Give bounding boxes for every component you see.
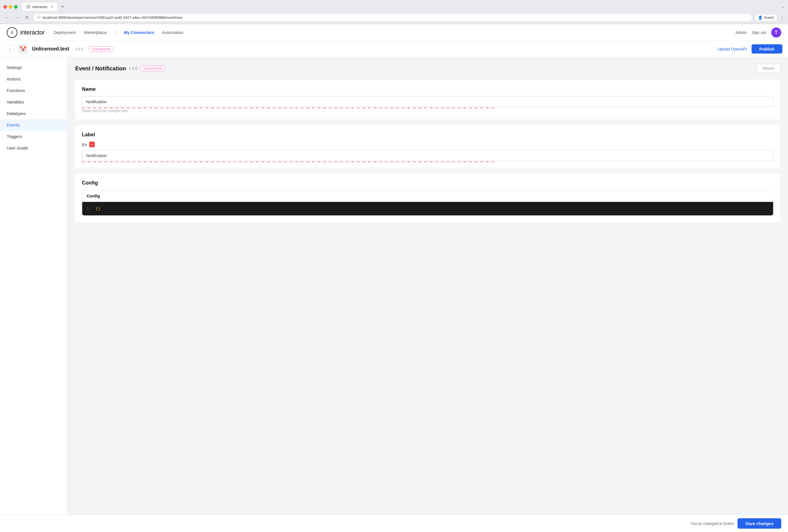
sidebar-item-actions[interactable]: Actions	[0, 73, 67, 85]
sidebar-item-events[interactable]: Events	[0, 119, 67, 131]
maximize-dot[interactable]	[14, 5, 18, 9]
label-input[interactable]	[82, 150, 773, 161]
browser-chrome: ⓘ Interactor ✕ + ⌄ ← → ↻ ⓘ localhost:400…	[0, 0, 788, 24]
sidebar-item-settings[interactable]: Settings	[0, 62, 67, 73]
label-lang-row: En −	[82, 142, 773, 147]
nav-right: Admin Sign out T	[735, 27, 781, 38]
line-number: 1	[87, 206, 91, 211]
reload-button[interactable]: ↻	[23, 14, 31, 21]
top-nav: i interactor Deployment Marketplace | My…	[0, 24, 788, 41]
config-card-header: Config	[82, 190, 773, 202]
sidebar-item-functions[interactable]: Functions	[0, 85, 67, 96]
minimize-dot[interactable]	[9, 5, 12, 9]
nav-deployment[interactable]: Deployment	[54, 30, 76, 35]
code-editor[interactable]: 1 {}	[82, 202, 773, 215]
upload-openapi-link[interactable]: Upload OpenAPI	[717, 47, 747, 51]
name-section: Name Name cannot be changed later	[75, 80, 780, 119]
lock-icon: ⓘ	[37, 15, 40, 20]
label-section-label: Label	[82, 132, 773, 138]
nav-my-connectors[interactable]: My Connectors	[124, 30, 154, 35]
nav-automation[interactable]: Automation	[162, 30, 183, 35]
bottom-bar: You've changed in Event Save changes	[0, 515, 788, 531]
page-title: Event / Notification	[75, 65, 126, 72]
service-header-actions: Upload OpenAPI Publish	[717, 44, 782, 54]
name-input[interactable]	[82, 96, 773, 107]
logo-text: interactor	[20, 29, 45, 36]
logo-area: i interactor	[7, 27, 45, 38]
code-line-1: 1 {}	[87, 206, 769, 211]
user-avatar[interactable]: T	[771, 27, 781, 38]
tab-icon: ⓘ	[26, 4, 31, 9]
name-section-label: Name	[82, 86, 773, 92]
service-name: Unlicensed.test	[32, 46, 69, 52]
lang-label: En	[82, 142, 87, 147]
url-text[interactable]: localhost:4000/developer/service/c55b1aa…	[43, 15, 748, 20]
publish-button[interactable]: Publish	[751, 44, 782, 54]
label-input-wrapper	[82, 150, 773, 161]
service-status-badge: Unpublished	[88, 46, 114, 52]
page-title-row: Event / Notification 1.0.0 Unpublished	[75, 65, 165, 72]
name-input-wrapper	[82, 96, 773, 107]
logo-letter: i	[12, 30, 13, 35]
nav-separator: |	[115, 29, 116, 36]
page-header: Event / Notification 1.0.0 Unpublished R…	[75, 64, 780, 73]
tab-close-icon[interactable]: ✕	[51, 5, 53, 9]
address-bar-row: ← → ↻ ⓘ localhost:4000/developer/service…	[0, 12, 788, 24]
content-area: Event / Notification 1.0.0 Unpublished R…	[67, 57, 788, 531]
admin-link[interactable]: Admin	[735, 30, 747, 35]
sidebar-item-variables[interactable]: Variables	[0, 96, 67, 108]
name-hint: Name cannot be changed later	[82, 109, 773, 113]
tab-scroll-icon[interactable]: ⌄	[781, 4, 785, 9]
revert-button[interactable]: Revert	[757, 64, 780, 73]
label-section: Label En −	[75, 125, 780, 168]
browser-tab[interactable]: ⓘ Interactor ✕	[22, 3, 57, 11]
signout-link[interactable]: Sign out	[752, 30, 766, 35]
guest-icon: 👤	[758, 15, 763, 20]
nav-marketplace[interactable]: Marketplace	[84, 30, 107, 35]
browser-dots	[3, 5, 18, 9]
config-section: Config Config 1 {}	[75, 173, 780, 222]
config-card: Config 1 {}	[82, 190, 773, 216]
tab-title: Interactor	[32, 5, 48, 9]
remove-lang-button[interactable]: −	[89, 142, 95, 147]
guest-label: Guest	[764, 15, 774, 20]
guest-button[interactable]: 👤 Guest	[754, 14, 777, 21]
code-content: {}	[96, 206, 100, 211]
sidebar-item-datatypes[interactable]: Datatypes	[0, 108, 67, 119]
forward-nav-button[interactable]: →	[14, 14, 21, 21]
browser-menu-icon[interactable]: ⋮	[780, 15, 785, 21]
back-nav-button[interactable]: ←	[3, 14, 11, 21]
content-inner: Event / Notification 1.0.0 Unpublished R…	[67, 57, 788, 235]
sidebar-item-user-guide[interactable]: User Guide	[0, 142, 67, 154]
back-button[interactable]: ‹	[6, 45, 14, 53]
service-version: 1.0.0	[75, 47, 83, 51]
sidebar: Settings Actions Functions Variables Dat…	[0, 57, 67, 531]
service-header: ‹ 🤡 Unlicensed.test 1.0.0 Unpublished Up…	[0, 41, 788, 57]
service-icon: 🤡	[18, 44, 28, 54]
page-version: 1.0.0	[129, 66, 137, 71]
config-section-label: Config	[82, 180, 773, 186]
logo-icon: i	[7, 27, 17, 38]
nav-links: Deployment Marketplace | My Connectors A…	[54, 29, 735, 36]
new-tab-button[interactable]: +	[59, 4, 66, 10]
page-status-badge: Unpublished	[140, 66, 165, 71]
sidebar-item-triggers[interactable]: Triggers	[0, 131, 67, 142]
app: i interactor Deployment Marketplace | My…	[0, 24, 788, 531]
changed-notice: You've changed in Event	[691, 521, 733, 526]
address-bar[interactable]: ⓘ localhost:4000/developer/service/c55b1…	[33, 14, 752, 22]
close-dot[interactable]	[3, 5, 7, 9]
save-changes-button[interactable]: Save changes	[737, 518, 781, 529]
main-area: Settings Actions Functions Variables Dat…	[0, 57, 788, 531]
